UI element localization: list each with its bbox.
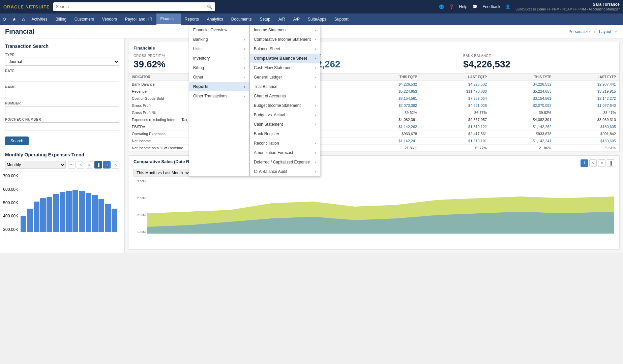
submenu-income-statement[interactable]: Income Statement › [250, 25, 320, 35]
budget-actual-chevron: › [315, 113, 316, 117]
menu-billing[interactable]: Billing › [189, 63, 249, 72]
nav-home-icon[interactable]: ⌂ [19, 13, 27, 25]
area-chart-icon[interactable]: ∿ [77, 161, 84, 169]
po-label: PO/CHECK NUMBER [5, 118, 119, 121]
search-button[interactable]: Search [5, 136, 29, 145]
name-label: NAME [5, 85, 119, 89]
menu-inventory[interactable]: Inventory › [189, 54, 249, 63]
sales-period-select[interactable]: This Month vs Last Month [134, 169, 190, 177]
sales-filter-icon[interactable]: ≡ [598, 159, 605, 167]
reports-label: Reports [193, 84, 208, 89]
line-chart-icon[interactable]: 〜 [68, 161, 76, 169]
search-bar[interactable]: 🔍 [53, 2, 215, 11]
cell-this-fqtp: 21.86% [356, 145, 420, 152]
menu-banking[interactable]: Banking › [189, 35, 249, 44]
chart-bar-6 [60, 174, 65, 232]
feedback-label[interactable]: Feedback [482, 4, 500, 9]
submenu-budget-actual[interactable]: Budget vs. Actual › [250, 110, 320, 120]
nav-customers[interactable]: Customers [70, 13, 98, 25]
feedback-icon[interactable]: 💬 [472, 4, 477, 9]
submenu-budget-income[interactable]: Budget Income Statement › [250, 101, 320, 110]
personalize-link[interactable]: Personalize [568, 29, 590, 34]
bar-chart-icon[interactable]: ▐ [94, 161, 102, 169]
menu-financial-overview[interactable]: Financial Overview [189, 25, 249, 35]
page-title: Financial [5, 28, 34, 35]
submenu-comparative-income[interactable]: Comparative Income Statement › [250, 35, 320, 44]
nav-billing[interactable]: Billing [52, 13, 70, 25]
submenu-reconciliation[interactable]: Reconciliation › [250, 139, 320, 148]
menu-other[interactable]: Other › [189, 72, 249, 82]
nav-reports[interactable]: Reports [181, 13, 203, 25]
left-panel: Transaction Search TYPE Journal DATE NAM… [0, 38, 125, 253]
action-divider: ▼ [592, 29, 596, 34]
submenu-deferred-expense[interactable]: Deferred / Capitalized Expense › [250, 157, 320, 167]
menu-reports[interactable]: Reports › [189, 82, 249, 91]
logo: ORACLE NETSUITE [3, 4, 50, 9]
monthly-trend-panel: Monthly Operating Expenses Trend Monthly… [5, 152, 119, 239]
nav-setup[interactable]: Setup [256, 13, 274, 25]
area-fill-icon[interactable]: ⌇ [103, 161, 111, 169]
nav-payroll[interactable]: Payroll and HR [121, 13, 156, 25]
submenu-cash-statement[interactable]: Cash Statement › [250, 120, 320, 129]
billing-label: Billing [193, 65, 204, 70]
menu-other-transactions[interactable]: Other Transactions › [189, 91, 249, 101]
bank-balance-metric: BANK BALANCE $4,226,532 [456, 54, 614, 70]
sales-bar-icon[interactable]: ▐ [607, 159, 614, 167]
cell-this-fqtp: $5,224,653 [356, 88, 420, 95]
sales-line-icon[interactable]: ∿ [589, 159, 597, 167]
nav-ap[interactable]: A/P [289, 13, 304, 25]
nav-analytics[interactable]: Analytics [203, 13, 227, 25]
layout-link[interactable]: Layout [599, 29, 611, 34]
trial-balance-chevron: › [315, 85, 316, 89]
chart-bar-1 [27, 174, 33, 232]
area-chart-svg [147, 180, 614, 234]
filter-icon[interactable]: ≡ [86, 161, 93, 169]
cell-last-fqtp: $1,810,101 [420, 138, 490, 145]
nav-activities[interactable]: Activities [27, 13, 51, 25]
type-select[interactable]: Journal [5, 58, 119, 66]
top-bar: ORACLE NETSUITE 🔍 🌐 ❓ Help 💬 Feedback 👤 … [0, 0, 623, 13]
inventory-chevron: › [244, 57, 245, 60]
name-input[interactable] [5, 90, 119, 98]
submenu-bank-register[interactable]: Bank Register [250, 129, 320, 139]
trend-period-select[interactable]: Monthly [5, 161, 66, 169]
financial-dropdown[interactable]: Financial Overview Banking › Lists › Inv… [189, 25, 249, 177]
cell-this-fytp: $2,070,092 [490, 102, 555, 109]
reports-submenu[interactable]: Income Statement › Comparative Income St… [249, 25, 320, 177]
nav-recent-icon[interactable]: ⟳ [0, 13, 9, 25]
nav-documents[interactable]: Documents [227, 13, 256, 25]
menu-lists[interactable]: Lists › [189, 44, 249, 54]
date-input[interactable] [5, 74, 119, 82]
help-icon[interactable]: ❓ [449, 4, 454, 9]
budget-actual-label: Budget vs. Actual [254, 113, 285, 117]
nav-support[interactable]: Support [330, 13, 353, 25]
submenu-general-ledger[interactable]: General Ledger › [250, 72, 320, 82]
submenu-comparative-balance[interactable]: Comparative Balance Sheet › [250, 54, 320, 63]
submenu-amortization[interactable]: Amortization Forecast › [250, 148, 320, 157]
nav-star-icon[interactable]: ★ [9, 13, 19, 25]
globe-icon[interactable]: 🌐 [439, 4, 444, 9]
nav-suiteapps[interactable]: SuiteApps [304, 13, 330, 25]
nav-financial[interactable]: Financial [156, 13, 181, 25]
cell-this-fytp: $5,224,653 [490, 88, 555, 95]
deferred-chevron: › [315, 160, 316, 164]
layout-divider: ▼ [614, 29, 618, 34]
submenu-cash-flow[interactable]: Cash Flow Statement › [250, 63, 320, 72]
po-input[interactable] [5, 122, 119, 130]
income-statement-chevron: › [315, 28, 316, 32]
submenu-balance-sheet[interactable]: Balance Sheet › [250, 44, 320, 54]
user-icon[interactable]: 👤 [505, 4, 510, 9]
wave-icon[interactable]: ∿ [112, 161, 119, 169]
nav-vendors[interactable]: Vendors [98, 13, 121, 25]
submenu-trial-balance[interactable]: Trial Balance › [250, 82, 320, 91]
cell-last-fytp: $2,987,441 [555, 81, 619, 88]
chart-bar-2 [34, 174, 39, 232]
number-input[interactable] [5, 106, 119, 114]
help-label[interactable]: Help [459, 4, 468, 9]
sales-area-icon[interactable]: ⌇ [581, 159, 588, 167]
submenu-chart-of-accounts[interactable]: Chart of Accounts [250, 91, 320, 101]
other-chevron: › [244, 75, 245, 79]
search-input[interactable] [56, 4, 207, 9]
nav-ar[interactable]: A/R [274, 13, 289, 25]
submenu-cta-balance[interactable]: CTA Balance Audit › [250, 167, 320, 176]
